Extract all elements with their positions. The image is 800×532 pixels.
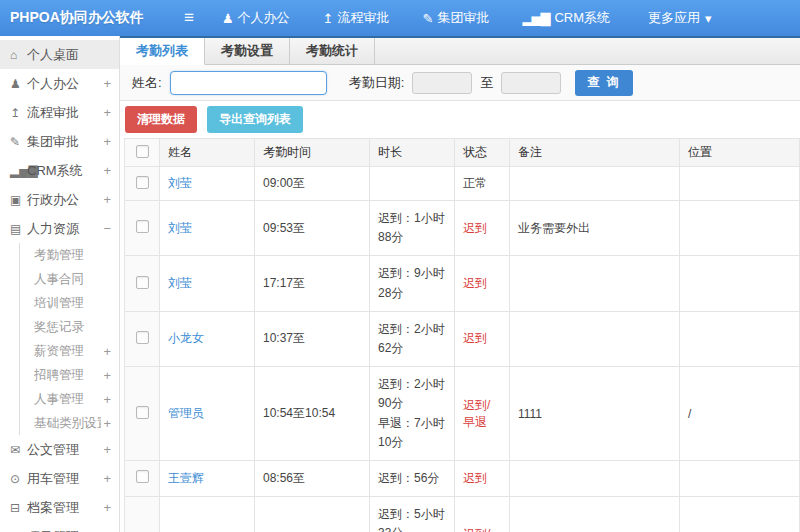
sidebar-item[interactable]: 薪资管理 +: [19, 339, 119, 363]
tab[interactable]: 考勤统计: [290, 38, 375, 64]
sidebar-item[interactable]: ⌂ 个人桌面: [0, 40, 119, 69]
note-cell: [510, 460, 680, 496]
sidebar-item[interactable]: ♟ 个人办公 +: [0, 69, 119, 98]
employee-name-link[interactable]: 王壹辉: [168, 471, 204, 485]
tab-bar: 考勤列表 考勤设置 考勤统计: [120, 38, 800, 65]
sidebar-item[interactable]: ▣ 行政办公 +: [0, 185, 119, 214]
expand-indicator: −: [101, 221, 111, 236]
sidebar-item[interactable]: 奖惩记录: [19, 315, 119, 339]
row-checkbox[interactable]: [136, 220, 149, 233]
sidebar-item[interactable]: 培训管理: [19, 291, 119, 315]
topbar-menu-item[interactable]: ♟ 个人办公: [208, 0, 309, 36]
tab[interactable]: 考勤列表: [120, 38, 205, 65]
attendance-table: 姓名考勤时间时长状态备注位置 刘莹 09:00至 正常: [124, 138, 800, 532]
sidebar-item[interactable]: 人事合同: [19, 267, 119, 291]
sidebar-item[interactable]: 考勤管理: [19, 243, 119, 267]
export-list-button[interactable]: 导出查询列表: [207, 106, 303, 133]
row-checkbox[interactable]: [136, 276, 149, 289]
sidebar-item[interactable]: ↥ 流程审批 +: [0, 98, 119, 127]
sidebar-item[interactable]: 人事管理 +: [19, 387, 119, 411]
time-cell: 08:56至: [255, 460, 370, 496]
tab[interactable]: 考勤设置: [205, 38, 290, 64]
select-all-cell: [125, 139, 160, 167]
expand-indicator: +: [101, 368, 111, 383]
employee-name-link[interactable]: 刘莹: [168, 176, 192, 190]
duration-late: 迟到：9小时28分: [378, 264, 446, 302]
sidebar-item[interactable]: 基础类别设置 +: [19, 411, 119, 435]
sidebar-item-label: CRM系统: [27, 162, 101, 180]
sidebar-item[interactable]: ✉ 公文管理 +: [0, 435, 119, 464]
sidebar-item[interactable]: ▦ 项目管理 +: [0, 522, 119, 532]
topbar-menu-item[interactable]: ✎ 集团审批: [408, 0, 508, 36]
user-icon: ♟: [222, 12, 233, 25]
clean-data-button[interactable]: 清理数据: [125, 106, 197, 133]
name-input[interactable]: [170, 71, 327, 95]
table-row: 刘莹 17:17至 迟到：9小时28分 迟到: [125, 256, 800, 311]
doc-icon: ✉: [10, 443, 27, 457]
name-label: 姓名:: [132, 74, 162, 92]
duration-late: 迟到：56分: [378, 469, 446, 488]
time-cell: 10:54至10:54: [255, 367, 370, 461]
expand-indicator: +: [101, 192, 111, 207]
date-to-input[interactable]: [501, 72, 561, 94]
sidebar-item[interactable]: ▂▅▇ CRM系统 +: [0, 156, 119, 185]
expand-indicator: +: [101, 442, 111, 457]
topbar-menu-item[interactable]: ↥ 流程审批: [309, 0, 409, 36]
table-body: 刘莹 09:00至 正常: [125, 167, 800, 532]
car-icon: ⊙: [10, 472, 27, 486]
menu-icon[interactable]: ≡: [170, 8, 208, 28]
sidebar-item[interactable]: 招聘管理 +: [19, 363, 119, 387]
employee-name-link[interactable]: 刘莹: [168, 276, 192, 290]
date-from-input[interactable]: [412, 72, 472, 94]
search-button[interactable]: 查 询: [575, 70, 632, 96]
column-header: 备注: [510, 139, 680, 167]
table-row: 管理员 10:54至10:54 迟到：2小时90分 早退：7小时10分 迟到/早…: [125, 367, 800, 461]
sidebar-item[interactable]: ⊟ 档案管理 +: [0, 493, 119, 522]
employee-name-link[interactable]: 刘莹: [168, 221, 192, 235]
status-badge: 迟到/早退: [463, 398, 490, 429]
sidebar-item-label: 公文管理: [27, 441, 101, 459]
row-checkbox[interactable]: [136, 331, 149, 344]
employee-name-link[interactable]: 管理员: [168, 406, 204, 420]
row-select-cell: [125, 460, 160, 496]
row-select-cell: [125, 497, 160, 532]
status-cell: 正常: [455, 167, 510, 201]
topbar-menu-item[interactable]: ▂▅▇ CRM系统: [508, 0, 629, 36]
sidebar-item-label: 培训管理: [34, 295, 109, 312]
name-cell: 刘莹: [160, 256, 255, 311]
row-select-cell: [125, 256, 160, 311]
sidebar-item-label: 人事管理: [34, 391, 101, 408]
sidebar-item[interactable]: ▤ 人力资源 −: [0, 214, 119, 243]
duration-cell: 迟到：2小时90分 早退：7小时10分: [370, 367, 455, 461]
duration-early: 早退：7小时10分: [378, 414, 446, 452]
note-cell: [510, 256, 680, 311]
name-cell: 刘莹: [160, 201, 255, 256]
location-cell: [680, 460, 800, 496]
duration-cell: 迟到：2小时62分: [370, 311, 455, 366]
duration-cell: 迟到：1小时88分: [370, 201, 455, 256]
share-icon: ↥: [323, 12, 333, 25]
expand-indicator: +: [101, 416, 111, 431]
topbar-menu-label: 个人办公: [238, 9, 290, 27]
chart-icon: ▂▅▇: [10, 164, 27, 178]
row-checkbox[interactable]: [136, 176, 149, 189]
row-select-cell: [125, 311, 160, 366]
employee-name-link[interactable]: 小龙女: [168, 331, 204, 345]
row-checkbox[interactable]: [136, 406, 149, 419]
status-cell: 迟到: [455, 256, 510, 311]
sidebar-item[interactable]: ✎ 集团审批 +: [0, 127, 119, 156]
topbar-menu-item[interactable]: 更多应用 ▾: [629, 0, 725, 36]
sidebar-item-label: 基础类别设置: [34, 415, 101, 432]
sidebar-item[interactable]: ⊙ 用车管理 +: [0, 464, 119, 493]
time-cell: 17:17至: [255, 256, 370, 311]
table-row: 黄蓉 13:20至13:20 迟到：5小时33分 早退：4小时67分 迟到/早退…: [125, 497, 800, 532]
time-cell: 09:53至: [255, 201, 370, 256]
book-icon: ▤: [10, 222, 27, 236]
column-header: 时长: [370, 139, 455, 167]
duration-cell: 迟到：5小时33分 早退：4小时67分: [370, 497, 455, 532]
row-checkbox[interactable]: [136, 470, 149, 483]
sidebar-item-label: 用车管理: [27, 470, 101, 488]
status-badge: 迟到: [463, 471, 487, 485]
select-all-checkbox[interactable]: [136, 145, 149, 158]
name-cell: 王壹辉: [160, 460, 255, 496]
